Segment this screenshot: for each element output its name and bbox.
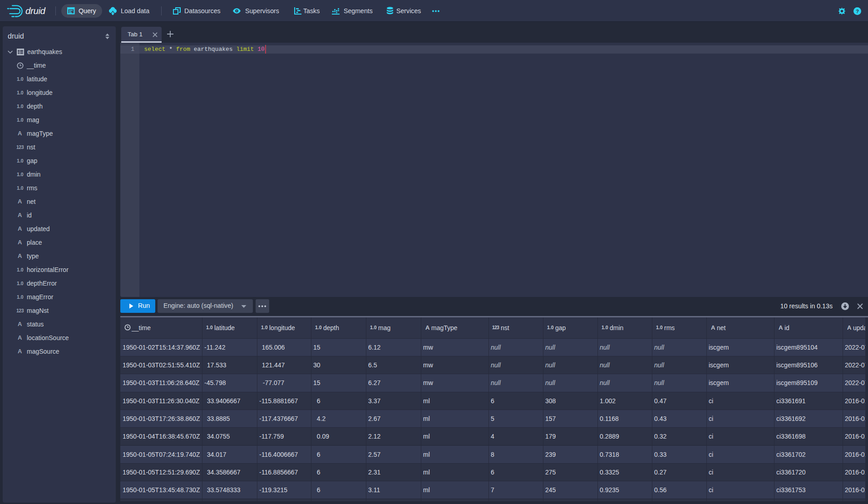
svg-text:?: ? [856,9,859,14]
